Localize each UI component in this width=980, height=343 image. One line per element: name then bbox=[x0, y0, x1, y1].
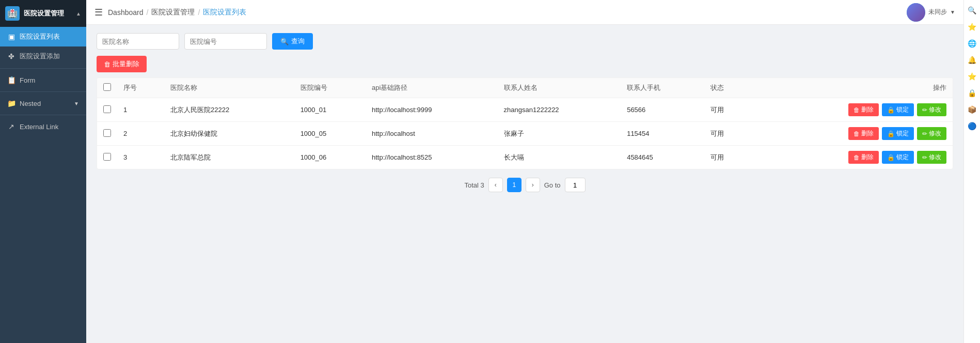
delete-label: 删除 bbox=[861, 153, 874, 162]
lock-button[interactable]: 🔒 锁定 bbox=[882, 127, 914, 140]
sidebar-header[interactable]: 🏥 医院设置管理 ▲ bbox=[0, 0, 86, 27]
ext-icon-8[interactable]: 🔵 bbox=[965, 119, 979, 133]
edit-button[interactable]: ✏ 修改 bbox=[917, 151, 946, 164]
row-index: 1 bbox=[117, 98, 164, 122]
delete-button[interactable]: 🗑 删除 bbox=[848, 103, 879, 116]
add-icon: ✤ bbox=[7, 52, 15, 60]
row-code: 1000_01 bbox=[294, 98, 366, 122]
col-status: 状态 bbox=[704, 78, 751, 98]
delete-button[interactable]: 🗑 删除 bbox=[848, 127, 879, 140]
row-api: http://localhost bbox=[366, 122, 498, 146]
total-count: Total 3 bbox=[464, 181, 484, 189]
row-select-checkbox[interactable] bbox=[103, 153, 111, 161]
chevron-down-icon: ▼ bbox=[74, 101, 79, 106]
search-button[interactable]: 🔍 查询 bbox=[272, 33, 313, 50]
ext-icon-2[interactable]: ⭐ bbox=[965, 20, 979, 34]
ext-icon-6[interactable]: 🔒 bbox=[965, 86, 979, 100]
edit-icon: ✏ bbox=[922, 130, 927, 137]
sidebar-item-hosp-list[interactable]: ▣ 医院设置列表 bbox=[0, 27, 86, 46]
page-1-button[interactable]: 1 bbox=[507, 178, 521, 192]
sidebar-item-nested[interactable]: 📁 Nested ▼ bbox=[0, 94, 86, 113]
sidebar-item-hosp-add[interactable]: ✤ 医院设置添加 bbox=[0, 46, 86, 66]
external-link-icon: ↗ bbox=[7, 122, 15, 131]
lock-icon: 🔒 bbox=[887, 154, 895, 161]
col-contact: 联系人姓名 bbox=[498, 78, 621, 98]
lock-button[interactable]: 🔒 锁定 bbox=[882, 151, 914, 164]
row-status: 可用 bbox=[704, 98, 751, 122]
row-phone: 4584645 bbox=[621, 146, 704, 169]
sidebar: 🏥 医院设置管理 ▲ ▣ 医院设置列表 ✤ 医院设置添加 📋 Form 📁 Ne… bbox=[0, 0, 86, 343]
row-select-checkbox[interactable] bbox=[103, 129, 111, 137]
batch-delete-button[interactable]: 🗑 批量删除 bbox=[97, 56, 147, 72]
lock-button[interactable]: 🔒 锁定 bbox=[882, 103, 914, 116]
topbar: ☰ Dashboard / 医院设置管理 / 医院设置列表 未同步 ▼ bbox=[86, 0, 963, 25]
col-code: 医院编号 bbox=[294, 78, 366, 98]
row-select-checkbox[interactable] bbox=[103, 105, 111, 113]
prev-page-button[interactable]: ‹ bbox=[488, 178, 503, 192]
sidebar-item-external[interactable]: ↗ External Link bbox=[0, 117, 86, 136]
row-checkbox-cell bbox=[97, 122, 117, 146]
select-all-checkbox[interactable] bbox=[103, 83, 111, 91]
search-hospital-code-input[interactable] bbox=[184, 33, 267, 50]
ext-icon-3[interactable]: 🌐 bbox=[965, 36, 979, 51]
row-actions: 🗑 删除 🔒 锁定 ✏ 修改 bbox=[751, 98, 953, 122]
ext-icon-5[interactable]: ⭐ bbox=[965, 69, 979, 84]
search-hospital-name-input[interactable] bbox=[97, 33, 179, 50]
search-icon: 🔍 bbox=[280, 38, 289, 45]
delete-label: 删除 bbox=[861, 105, 874, 114]
sidebar-item-nested-label: Nested bbox=[20, 100, 41, 107]
avatar[interactable] bbox=[907, 3, 925, 22]
breadcrumb-sep-1: / bbox=[147, 8, 149, 17]
sidebar-item-hosp-list-label: 医院设置列表 bbox=[20, 32, 60, 41]
edit-button[interactable]: ✏ 修改 bbox=[917, 103, 946, 116]
lock-icon: 🔒 bbox=[887, 130, 895, 137]
goto-page-input[interactable] bbox=[565, 178, 586, 192]
delete-button[interactable]: 🗑 删除 bbox=[848, 151, 879, 164]
row-api: http://localhost:9999 bbox=[366, 98, 498, 122]
table-row: 1 北京人民医院22222 1000_01 http://localhost:9… bbox=[97, 98, 953, 122]
col-index: 序号 bbox=[117, 78, 164, 98]
sidebar-item-form-label: Form bbox=[20, 76, 35, 84]
sidebar-item-external-label: External Link bbox=[20, 123, 58, 131]
topbar-right: 未同步 ▼ bbox=[907, 3, 955, 22]
ext-icon-4[interactable]: 🔔 bbox=[965, 53, 979, 67]
sidebar-divider-3 bbox=[0, 115, 86, 115]
row-contact: 张麻子 bbox=[498, 122, 621, 146]
row-checkbox-cell bbox=[97, 98, 117, 122]
next-page-button[interactable]: › bbox=[526, 178, 540, 192]
col-phone: 联系人手机 bbox=[621, 78, 704, 98]
sidebar-item-form[interactable]: 📋 Form bbox=[0, 71, 86, 89]
avatar-dropdown-icon[interactable]: ▼ bbox=[950, 9, 955, 15]
breadcrumb-dashboard[interactable]: Dashboard bbox=[108, 8, 144, 17]
trash-icon-sm: 🗑 bbox=[853, 106, 860, 114]
content: 🔍 查询 🗑 批量删除 序号 医院名称 bbox=[86, 25, 963, 343]
ext-icon-7[interactable]: 📦 bbox=[965, 102, 979, 117]
trash-icon: 🗑 bbox=[104, 60, 110, 68]
header-checkbox-cell bbox=[97, 78, 117, 98]
row-name: 北京陆军总院 bbox=[164, 146, 294, 169]
avatar-image bbox=[907, 3, 925, 22]
row-code: 1000_06 bbox=[294, 146, 366, 169]
lock-label: 锁定 bbox=[896, 129, 909, 138]
edit-label: 修改 bbox=[929, 153, 941, 162]
col-api: api基础路径 bbox=[366, 78, 498, 98]
batch-actions: 🗑 批量删除 bbox=[97, 56, 953, 77]
menu-toggle-icon[interactable]: ☰ bbox=[94, 7, 103, 18]
table-header-row: 序号 医院名称 医院编号 api基础路径 联系人姓名 联系人手机 状态 操作 bbox=[97, 78, 953, 98]
sidebar-header-icon: 🏥 bbox=[5, 6, 20, 21]
edit-icon: ✏ bbox=[922, 154, 927, 161]
col-name: 医院名称 bbox=[164, 78, 294, 98]
row-phone: 115454 bbox=[621, 122, 704, 146]
breadcrumb-hosp-mgmt[interactable]: 医院设置管理 bbox=[151, 8, 195, 17]
ext-icon-1[interactable]: 🔍 bbox=[965, 3, 979, 18]
row-phone: 56566 bbox=[621, 98, 704, 122]
row-contact: zhangsan1222222 bbox=[498, 98, 621, 122]
search-bar: 🔍 查询 bbox=[97, 33, 953, 50]
row-name: 北京人民医院22222 bbox=[164, 98, 294, 122]
col-action: 操作 bbox=[751, 78, 953, 98]
sidebar-item-hosp-add-label: 医院设置添加 bbox=[20, 52, 60, 61]
trash-icon-sm: 🗑 bbox=[853, 130, 860, 137]
sidebar-divider-2 bbox=[0, 91, 86, 92]
edit-button[interactable]: ✏ 修改 bbox=[917, 127, 946, 140]
batch-delete-label: 批量删除 bbox=[113, 59, 139, 69]
